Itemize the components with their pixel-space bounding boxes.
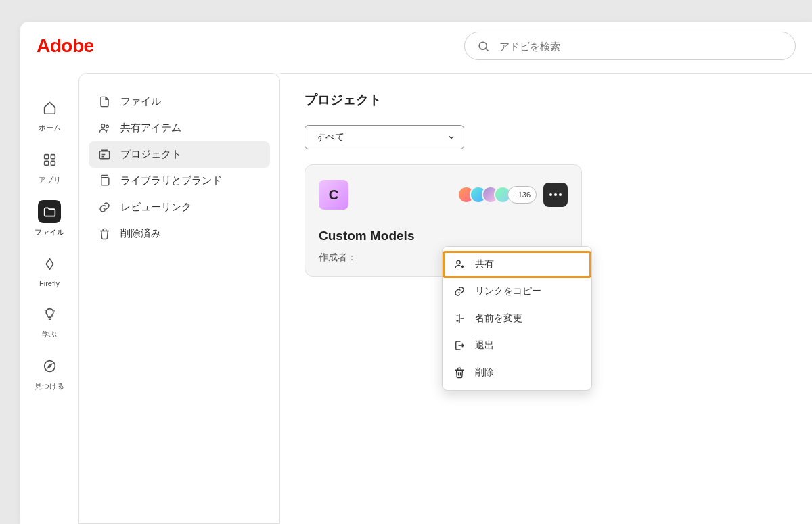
menu-label: 削除 xyxy=(475,366,494,379)
rail-label: Firefly xyxy=(39,279,60,287)
side-panel: ファイル 共有アイテム プロジェクト ライブラリとブランド レビューリンク 削除… xyxy=(78,73,280,524)
people-icon xyxy=(98,122,111,135)
project-thumbnail: C xyxy=(319,180,348,210)
svg-rect-10 xyxy=(99,151,109,159)
filter-value: すべて xyxy=(316,131,344,143)
collaborator-avatars[interactable]: +136 xyxy=(457,186,537,204)
menu-label: 名前を変更 xyxy=(475,312,522,325)
rail-item-home[interactable]: ホーム xyxy=(38,96,61,133)
panel-item-projects[interactable]: プロジェクト xyxy=(89,141,270,168)
menu-item-delete[interactable]: 削除 xyxy=(443,359,591,386)
panel-item-libraries[interactable]: ライブラリとブランド xyxy=(89,168,270,194)
menu-item-share[interactable]: 共有 xyxy=(443,251,591,278)
svg-rect-5 xyxy=(51,161,55,165)
svg-rect-3 xyxy=(51,154,55,158)
home-icon xyxy=(43,101,57,115)
folder-icon xyxy=(43,205,57,219)
panel-label: ファイル xyxy=(120,95,161,108)
svg-point-0 xyxy=(479,42,487,49)
menu-item-leave[interactable]: 退出 xyxy=(443,332,591,359)
rail-item-files[interactable]: ファイル xyxy=(35,200,64,237)
projects-icon xyxy=(98,148,111,161)
panel-label: レビューリンク xyxy=(120,201,191,214)
panel-item-trash[interactable]: 削除済み xyxy=(89,220,270,247)
svg-rect-11 xyxy=(102,178,109,185)
rail-item-learn[interactable]: 学ぶ xyxy=(38,302,61,339)
chevron-down-icon xyxy=(447,133,455,141)
share-person-icon xyxy=(453,258,466,270)
panel-item-shared[interactable]: 共有アイテム xyxy=(89,115,270,141)
trash-icon xyxy=(98,227,111,240)
link-icon xyxy=(453,285,466,297)
context-menu: 共有 リンクをコピー 名前を変更 退出 削除 xyxy=(442,246,592,391)
filter-dropdown[interactable]: すべて xyxy=(304,125,464,149)
rail-item-discover[interactable]: 見つける xyxy=(35,354,64,391)
page-title: プロジェクト xyxy=(304,91,788,109)
rail-label: アプリ xyxy=(39,175,61,185)
search-icon xyxy=(477,40,490,53)
file-icon xyxy=(98,95,111,108)
more-icon xyxy=(549,193,562,196)
svg-point-6 xyxy=(44,360,55,371)
more-actions-button[interactable] xyxy=(543,183,568,207)
svg-rect-4 xyxy=(44,161,48,165)
body: ホーム アプリ ファイル Firefly 学ぶ 見つける xyxy=(20,70,812,524)
menu-item-rename[interactable]: 名前を変更 xyxy=(443,305,591,332)
svg-rect-2 xyxy=(44,154,48,158)
panel-label: 共有アイテム xyxy=(120,122,181,135)
left-rail: ホーム アプリ ファイル Firefly 学ぶ 見つける xyxy=(20,70,78,524)
lightbulb-icon xyxy=(43,307,57,321)
topbar: Adobe xyxy=(20,22,812,70)
card-header: C +136 xyxy=(319,180,568,210)
svg-point-9 xyxy=(106,125,109,128)
rename-icon xyxy=(453,312,466,325)
menu-item-copylink[interactable]: リンクをコピー xyxy=(443,278,591,305)
rail-item-firefly[interactable]: Firefly xyxy=(38,252,61,287)
svg-point-8 xyxy=(102,124,105,128)
trash-icon xyxy=(453,366,466,379)
svg-line-1 xyxy=(486,49,489,51)
panel-label: 削除済み xyxy=(120,227,161,240)
menu-label: リンクをコピー xyxy=(475,285,541,297)
rail-label: 見つける xyxy=(35,381,64,391)
link-icon xyxy=(98,201,111,214)
exit-icon xyxy=(453,339,466,352)
compass-icon xyxy=(43,359,57,373)
panel-item-reviewlinks[interactable]: レビューリンク xyxy=(89,194,270,220)
adobe-logo: Adobe xyxy=(37,35,94,57)
rail-label: ファイル xyxy=(35,227,64,237)
svg-marker-7 xyxy=(47,364,51,367)
firefly-icon xyxy=(43,257,57,271)
rail-item-apps[interactable]: アプリ xyxy=(38,148,61,185)
panel-label: ライブラリとブランド xyxy=(120,174,222,187)
rail-label: ホーム xyxy=(39,123,61,133)
apps-icon xyxy=(43,153,57,167)
search-field[interactable] xyxy=(464,32,796,60)
libraries-icon xyxy=(98,174,111,187)
search-input[interactable] xyxy=(499,41,783,52)
project-title: Custom Models xyxy=(319,229,568,243)
rail-label: 学ぶ xyxy=(42,329,57,339)
panel-label: プロジェクト xyxy=(120,148,181,161)
panel-item-files[interactable]: ファイル xyxy=(89,89,270,115)
app-window: Adobe ホーム アプリ ファイル Firefly xyxy=(20,22,812,524)
svg-point-12 xyxy=(457,260,460,264)
avatar-extra-count: +136 xyxy=(508,186,537,204)
menu-label: 共有 xyxy=(475,258,494,270)
menu-label: 退出 xyxy=(475,339,494,352)
